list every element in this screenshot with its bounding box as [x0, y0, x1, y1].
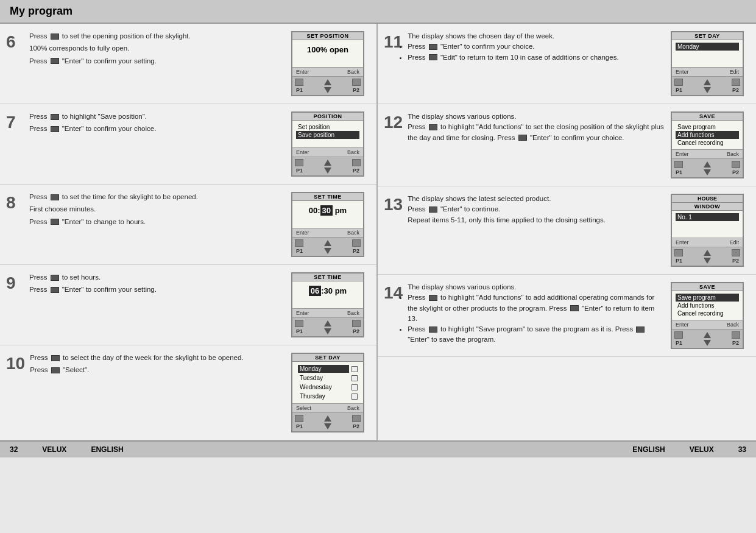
ctrl-down[interactable] [324, 168, 331, 174]
device-8-header: SET TIME [294, 194, 361, 200]
device-8-btn-back[interactable]: Back [347, 230, 359, 236]
ctrl-down[interactable] [704, 169, 711, 175]
footer-left-page: 32 [10, 445, 18, 454]
device-7-item-1: Set position [296, 123, 359, 131]
step-10-number: 10 [6, 354, 25, 373]
ctrl-square-right [352, 79, 361, 86]
left-panel: 6 Press to set the opening position of t… [0, 24, 378, 440]
step-13-text: The display shows the latest selected pr… [408, 194, 665, 225]
ctrl-up[interactable] [324, 320, 331, 327]
device-12-item-1: Save program [676, 123, 739, 131]
device-8-value: 00:30 pm [296, 203, 359, 217]
device-6-btn-enter[interactable]: Enter [296, 69, 309, 75]
step-9-row: 9 Press to set hours. Press "Enter" to c… [0, 265, 376, 345]
device-14-btn-enter[interactable]: Enter [676, 322, 689, 328]
device-10-btn-select[interactable]: Select [296, 405, 311, 411]
ctrl-down[interactable] [324, 328, 331, 334]
device-11-btn-enter[interactable]: Enter [676, 69, 689, 75]
ctrl-up[interactable] [324, 240, 331, 246]
device-7-btn-back[interactable]: Back [347, 149, 359, 155]
up-down-icon [429, 295, 437, 301]
ctrl-down[interactable] [324, 248, 331, 254]
p1-label: P1 [296, 423, 303, 429]
ctrl-square-left [674, 79, 683, 86]
enter-icon [51, 126, 59, 132]
device-14-item-2: Add functions [676, 302, 739, 309]
device-10-btn-back[interactable]: Back [347, 405, 359, 411]
tuesday-checkbox [352, 375, 358, 381]
step-8-number: 8 [6, 193, 24, 213]
device-10-wednesday: Wednesday [298, 383, 349, 391]
device-7-btn-enter[interactable]: Enter [296, 149, 309, 155]
right-panel: 11 The display shows the chosen day of t… [378, 24, 756, 440]
step-13-number: 13 [384, 195, 403, 214]
enter-icon [429, 44, 437, 50]
p2-label: P2 [353, 168, 359, 174]
ctrl-down[interactable] [324, 423, 331, 429]
ctrl-square-right [352, 415, 361, 422]
ctrl-square-left [295, 159, 303, 166]
ctrl-down[interactable] [704, 340, 711, 346]
ctrl-down[interactable] [704, 258, 711, 264]
ctrl-square-right [732, 161, 740, 168]
ctrl-square-left [674, 161, 683, 168]
step-12-device: SAVE Save program Add functions Cancel r… [671, 111, 750, 178]
p1-label: P1 [676, 169, 682, 175]
ctrl-up[interactable] [324, 160, 331, 166]
device-10-thursday: Thursday [298, 392, 349, 400]
page-title: My program [10, 5, 72, 17]
p1-label: P1 [296, 87, 303, 93]
device-6-btn-back[interactable]: Back [347, 69, 359, 75]
device-9-btn-back[interactable]: Back [347, 310, 359, 316]
device-13-header-window: WINDOW [674, 203, 741, 210]
step-7-text: Press to highlight "Save position". Pres… [29, 111, 285, 136]
step-7-device: POSITION Set position Save position Ente… [291, 111, 370, 177]
device-12-header: SAVE [674, 113, 741, 119]
ctrl-up[interactable] [704, 250, 711, 256]
ctrl-square-left [295, 320, 303, 327]
ctrl-up[interactable] [704, 332, 711, 338]
step-10-text: Press to select the day of the week for … [30, 353, 285, 378]
device-11-btn-edit[interactable]: Edit [729, 69, 739, 75]
device-13-btn-enter[interactable]: Enter [676, 239, 689, 245]
device-13-btn-edit[interactable]: Edit [729, 239, 739, 245]
p2-label: P2 [353, 248, 359, 254]
device-8-btn-enter[interactable]: Enter [296, 230, 309, 236]
ctrl-square-right [732, 79, 740, 86]
ctrl-up[interactable] [704, 161, 711, 168]
device-9-btn-enter[interactable]: Enter [296, 310, 309, 316]
device-14-btn-back[interactable]: Back [727, 322, 739, 328]
ctrl-up[interactable] [704, 79, 711, 85]
device-12-btn-enter[interactable]: Enter [676, 151, 689, 157]
enter-icon [51, 58, 59, 64]
step-12-row: 12 The display shows various options. Pr… [378, 104, 756, 186]
ctrl-up[interactable] [324, 415, 331, 422]
footer-right-lang: ENGLISH [632, 445, 665, 454]
device-12-item-2: Add functions [676, 131, 739, 139]
p2-label: P2 [353, 423, 359, 429]
ctrl-down[interactable] [704, 87, 711, 93]
device-7-header: POSITION [294, 113, 361, 119]
step-12-number: 12 [384, 113, 403, 132]
ctrl-square-right [352, 320, 361, 327]
ctrl-down[interactable] [324, 87, 331, 93]
step-13-row: 13 The display shows the latest selected… [378, 186, 756, 275]
up-down-icon [51, 34, 59, 40]
p1-label: P1 [296, 168, 303, 174]
step-14-row: 14 The display shows various options. Pr… [378, 275, 756, 357]
step-9-device: SET TIME 06:30 pm Enter Back [291, 272, 370, 337]
page-footer: 32 VELUX ENGLISH ENGLISH VELUX 33 [0, 440, 756, 457]
ctrl-square-left [674, 331, 683, 339]
up-down-icon [51, 355, 60, 361]
device-9-header: SET TIME [294, 274, 361, 280]
p1-label: P1 [676, 340, 682, 346]
step-13-device: HOUSE WINDOW No. 1 Enter Edit [671, 194, 750, 267]
edit-icon [429, 54, 437, 60]
step-9-text: Press to set hours. Press "Enter" to con… [29, 272, 285, 297]
enter-icon [429, 206, 437, 213]
step-14-device: SAVE Save program Add functions Cancel r… [671, 282, 750, 349]
device-14-item-3: Cancel recording [676, 309, 739, 317]
ctrl-up[interactable] [324, 79, 331, 85]
device-12-btn-back[interactable]: Back [727, 151, 739, 157]
footer-left: 32 VELUX ENGLISH [10, 445, 124, 454]
